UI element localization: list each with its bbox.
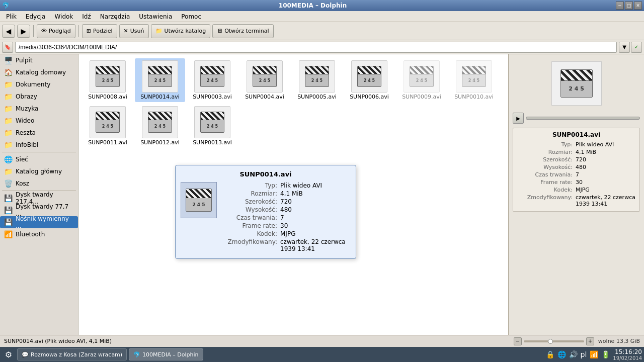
toolbar-separator2	[78, 25, 79, 37]
network-icon: 🌐	[4, 155, 13, 163]
folder-music-icon: 📁	[4, 105, 13, 113]
open-terminal-button[interactable]: 🖥 Otwórz terminal	[212, 24, 273, 38]
back-button[interactable]: ◀	[2, 25, 15, 38]
statusbar: SUNP0014.avi (Plik wideo AVI, 4,1 MiB) −…	[0, 335, 644, 347]
file-thumb-sunp0014: 2 4 5	[142, 60, 178, 93]
create-folder-button[interactable]: 📁 Utwórz katalog	[151, 24, 211, 38]
titlebar-title: 100MEDIA – Dolphin	[10, 2, 616, 9]
file-item-sunp0005[interactable]: 2 4 5 SUNP0005.avi	[292, 58, 342, 102]
info-codec-row: Kodek: MJPG	[517, 187, 635, 193]
file-thumb-sunp0009: 2 4 5	[404, 60, 440, 93]
folder-images-icon: 📁	[4, 93, 13, 101]
file-thumb-sunp0004: 2 4 5	[247, 60, 283, 93]
delete-icon: ✕	[124, 28, 128, 34]
folder-documents-icon: 📁	[4, 80, 13, 88]
taskbar: ⚙ 💬 Rozmowa z Kosa (Zaraz wracam) 🐬 100M…	[0, 347, 644, 362]
tray-battery-icon[interactable]: 🔋	[601, 350, 610, 358]
menu-idz[interactable]: Idź	[78, 12, 95, 21]
menu-edycja[interactable]: Edycja	[22, 12, 50, 21]
sidebar-item-documents[interactable]: 📁 Dokumenty	[0, 78, 78, 90]
home-icon: 🏠	[4, 68, 13, 76]
taskbar-app-kosa[interactable]: 💬 Rozmowa z Kosa (Zaraz wracam)	[17, 348, 127, 360]
toolbar-separator	[33, 25, 34, 37]
sidebar: 🖥️ Pulpit 🏠 Katalog domowy 📁 Dokumenty 📁…	[0, 54, 78, 335]
file-item-sunp0009[interactable]: 2 4 5 SUNP0009.avi	[396, 58, 447, 102]
sidebar-item-images[interactable]: 📁 Obrazy	[0, 90, 78, 103]
file-item-sunp0003[interactable]: 2 4 5 SUNP0003.avi	[187, 58, 237, 102]
tray-lang-label[interactable]: pl	[581, 350, 587, 358]
info-width-row: Szerokość: 720	[517, 156, 635, 163]
file-item-sunp0012[interactable]: 2 4 5 SUNP0012.avi	[135, 104, 185, 148]
tooltip-info: Typ: Plik wideo AVI Rozmiar: 4,1 MiB Sze…	[222, 182, 351, 253]
slider-track[interactable]	[524, 340, 584, 342]
sidebar-item-root[interactable]: 📁 Katalog główny	[0, 165, 78, 177]
zoom-slider[interactable]: − +	[514, 337, 594, 345]
kde-menu-button[interactable]: ⚙	[2, 348, 15, 360]
sidebar-item-video[interactable]: 📁 Wideo	[0, 115, 78, 127]
clock-time: 15:16:20	[613, 348, 642, 355]
sidebar-item-hdd1[interactable]: 💾 Dysk twardy 217,4...	[0, 192, 78, 204]
titlebar-appicon: 🐬	[2, 2, 10, 9]
menu-ustawienia[interactable]: Ustawienia	[135, 12, 176, 21]
folder-video-icon: 📁	[4, 117, 13, 125]
filearea[interactable]: 2 4 5 SUNP0008.avi 2 4 5 SUNP0014.avi	[78, 54, 508, 335]
maximize-button[interactable]: □	[625, 2, 633, 10]
info-modified-row: Zmodyfikowany: czwartek, 22 czerwca 1939…	[517, 194, 635, 207]
menu-widok[interactable]: Widok	[50, 12, 77, 21]
file-item-sunp0006[interactable]: 2 4 5 SUNP0006.avi	[344, 58, 394, 102]
statusbar-text: SUNP0014.avi (Plik wideo AVI, 4,1 MiB)	[4, 338, 510, 344]
root-folder-icon: 📁	[4, 167, 13, 175]
file-item-sunp0014[interactable]: 2 4 5 SUNP0014.avi	[135, 58, 185, 102]
play-button[interactable]: ▶	[513, 113, 524, 124]
sidebar-item-network[interactable]: 🌐 Sieć	[0, 153, 78, 165]
sidebar-item-hdd2[interactable]: 💾 Dysk twardy 77,7 ...	[0, 204, 78, 216]
toolbar: ◀ ▶ 👁 Podgląd ⊞ Podziel ✕ Usuń 📁 Utwórz …	[0, 22, 644, 40]
tray-sound-icon[interactable]: 🔊	[569, 350, 578, 358]
file-item-sunp0013[interactable]: 2 4 5 SUNP0013.avi	[187, 104, 237, 148]
file-item-sunp0004[interactable]: 2 4 5 SUNP0004.avi	[239, 58, 290, 102]
file-thumb-sunp0011: 2 4 5	[90, 106, 126, 138]
address-dropdown-button[interactable]: ▼	[619, 42, 630, 53]
split-button[interactable]: ⊞ Podziel	[82, 24, 117, 38]
address-input[interactable]	[15, 42, 617, 53]
menu-narzedzia[interactable]: Narzędzia	[96, 12, 134, 21]
address-confirm-button[interactable]: ✓	[631, 42, 642, 53]
close-button[interactable]: ✕	[634, 2, 642, 10]
zoom-out-button[interactable]: −	[514, 337, 522, 345]
clock[interactable]: 15:16:20 19/02/2014	[613, 348, 642, 361]
view-button[interactable]: 👁 Podgląd	[37, 24, 75, 38]
zoom-in-button[interactable]: +	[586, 337, 594, 345]
progress-bar[interactable]	[526, 117, 640, 120]
kosa-icon: 💬	[22, 351, 29, 358]
tooltip-title: SUNP0014.avi	[181, 170, 351, 178]
sidebar-item-trash[interactable]: 🗑️ Kosz	[0, 177, 78, 190]
sidebar-item-music[interactable]: 📁 Muzyka	[0, 103, 78, 115]
tray-wifi-icon[interactable]: 📶	[590, 350, 598, 358]
sidebar-item-removable[interactable]: 💾 Nośnik wymienny ...	[0, 216, 78, 228]
main-layout: 🖥️ Pulpit 🏠 Katalog domowy 📁 Dokumenty 📁…	[0, 54, 644, 335]
file-thumb-sunp0010: 2 4 5	[456, 60, 492, 93]
minimize-button[interactable]: ─	[616, 2, 624, 10]
sidebar-item-home[interactable]: 🏠 Katalog domowy	[0, 66, 78, 78]
file-item-sunp0008[interactable]: 2 4 5 SUNP0008.avi	[83, 58, 133, 102]
file-item-sunp0010[interactable]: 2 4 5 SUNP0010.avi	[449, 58, 499, 102]
delete-button[interactable]: ✕ Usuń	[119, 24, 149, 38]
split-icon: ⊞	[87, 28, 91, 34]
info-framerate-row: Frame rate: 30	[517, 179, 635, 186]
tray-status-icon[interactable]: 🌐	[557, 350, 566, 358]
menu-plik[interactable]: Plik	[2, 12, 21, 21]
sidebar-item-pulpit[interactable]: 🖥️ Pulpit	[0, 54, 78, 66]
file-item-sunp0011[interactable]: 2 4 5 SUNP0011.avi	[83, 104, 133, 148]
taskbar-app-dolphin[interactable]: 🐬 100MEDIA – Dolphin	[129, 348, 203, 360]
forward-button[interactable]: ▶	[17, 25, 30, 38]
sidebar-item-reszta[interactable]: 📁 Reszta	[0, 127, 78, 139]
tray-network-icon[interactable]: 🔒	[546, 350, 554, 358]
sidebar-item-infobibl[interactable]: 📁 InfoBibl	[0, 139, 78, 151]
file-grid: 2 4 5 SUNP0008.avi 2 4 5 SUNP0014.avi	[83, 58, 504, 148]
sidebar-item-bluetooth[interactable]: 📶 Bluetooth	[0, 228, 78, 240]
address-buttons: ▼ ✓	[619, 42, 642, 53]
desktop-icon: 🖥️	[4, 56, 13, 64]
bookmark-icon[interactable]: 🔖	[2, 42, 13, 53]
menu-pomoc[interactable]: Pomoc	[177, 12, 205, 21]
file-thumb-sunp0003: 2 4 5	[194, 60, 230, 93]
